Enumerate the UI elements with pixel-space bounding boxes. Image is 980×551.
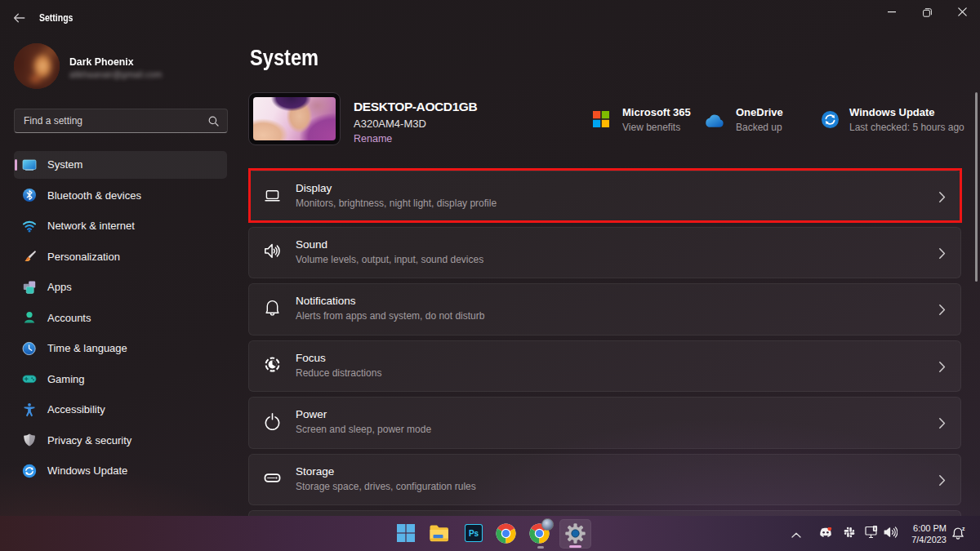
svg-text:Ps: Ps — [469, 529, 479, 538]
svg-text:z: z — [962, 526, 965, 531]
